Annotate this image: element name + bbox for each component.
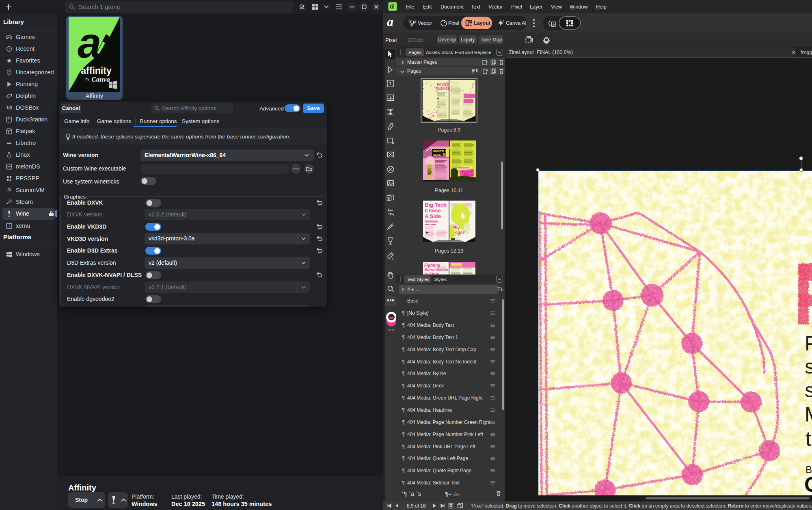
svg-text:Surveillance: Surveillance [424,268,448,272]
svg-text:Canva: Canva [91,76,110,83]
svg-text:C: C [804,473,812,495]
svg-text:A: A [553,22,555,26]
svg-text:Big Tech: Big Tech [425,202,447,208]
svg-text:t: t [806,428,811,450]
svg-text:A Side: A Side [425,213,441,219]
svg-text:BACK: BACK [433,153,441,156]
svg-text:T: T [389,82,391,86]
svg-text:FACES: FACES [437,82,449,86]
svg-text:PLEASE: PLEASE [436,86,450,91]
svg-text:s: s [805,379,812,402]
svg-text:by: by [85,77,89,81]
svg-text:WHISTLE: WHISTLE [433,149,448,153]
svg-text:T: T [497,286,501,292]
svg-text:s: s [805,355,812,378]
svg-text:F: F [805,332,812,355]
svg-text:affinity: affinity [81,65,112,76]
svg-text:a: a [78,19,101,67]
svg-text:Chose: Chose [425,207,441,214]
svg-text:M: M [805,403,812,426]
